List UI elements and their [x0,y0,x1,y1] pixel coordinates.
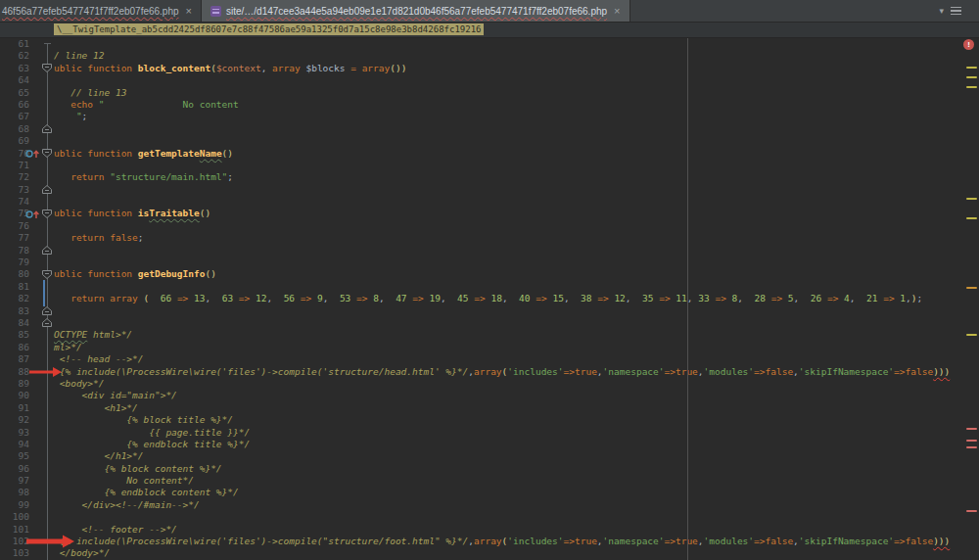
fold-end-icon[interactable] [42,318,52,330]
gutter[interactable]: 83 [0,305,53,317]
gutter[interactable]: 63 [0,63,53,74]
gutter[interactable]: 90 [0,390,53,401]
code-text[interactable]: ublic function getTemplateName() [54,148,233,160]
gutter[interactable]: 84 [0,317,53,329]
editor-tab[interactable]: site/…/d147cee3a44e5a94eb09e1e17d821d0b4… [202,0,630,22]
gutter[interactable]: 98 [0,487,53,498]
code-text[interactable]: ublic function isTraitable() [54,208,210,219]
fold-start-icon[interactable] [42,210,52,221]
token: => [171,293,194,303]
code-text[interactable]: // line 13 [54,87,126,99]
error-stripe-mark[interactable] [966,510,977,512]
gutter[interactable]: 73 [0,184,53,196]
code-text[interactable]: </h1>*/ [54,450,144,462]
tab-list-icon[interactable] [951,7,961,16]
code-text[interactable]: <!-- head -->*/ [54,353,144,365]
gutter[interactable]: 87 [0,353,53,365]
gutter[interactable]: 71 [0,160,53,171]
gutter[interactable]: 92 [0,414,53,426]
code-text[interactable]: {% include(\ProcessWire\wire('files')->c… [54,366,950,378]
token: {% block content %}*/ [54,463,222,474]
code-text[interactable]: </div><!--/#main-->*/ [54,499,200,511]
fold-end-icon[interactable] [42,246,52,257]
line-number: 92 [0,414,29,426]
gutter[interactable]: 96 [0,463,53,475]
gutter[interactable]: 86 [0,342,53,353]
code-text[interactable]: {% block title %}*/ [54,414,233,426]
gutter[interactable]: 65 [0,87,53,99]
gutter[interactable]: 69 [0,135,53,147]
tab-close-icon[interactable]: × [184,5,192,17]
code-editor[interactable]: 6162/ line 1263ublic function block_cont… [0,38,979,560]
code-line: 83 [0,305,979,317]
error-stripe-mark[interactable] [966,67,977,69]
gutter[interactable]: 75 [0,208,53,219]
gutter[interactable]: 64 [0,74,53,86]
gutter[interactable]: 72 [0,171,53,183]
gutter[interactable]: 99 [0,499,53,511]
code-text[interactable]: ublic function getDebugInfo() [54,268,216,280]
code-text[interactable]: {% endblock content %}*/ [54,487,239,498]
code-text[interactable]: "; [54,111,87,122]
error-stripe-mark[interactable] [966,287,977,289]
gutter[interactable]: 94 [0,439,53,450]
breadcrumb[interactable]: \__TwigTemplate_ab5cdd2425df8607e7c88f47… [54,23,484,35]
gutter[interactable]: 93 [0,427,53,439]
fold-start-icon[interactable] [42,270,52,282]
gutter[interactable]: 85 [0,329,53,341]
gutter[interactable]: 61 [0,38,53,50]
gutter[interactable]: 95 [0,450,53,462]
token: / line 12 [54,50,104,61]
chevron-down-icon[interactable]: ▾ [939,6,944,16]
code-text[interactable]: OCTYPE html>*/ [54,329,132,341]
error-stripe-mark[interactable] [966,446,977,448]
code-text[interactable]: ublic function block_content($context, a… [54,63,406,74]
error-stripe-mark[interactable] [966,217,977,219]
gutter[interactable]: 78 [0,245,53,257]
token: =>false [894,536,933,546]
code-text[interactable]: No content*/ [54,475,194,487]
code-text[interactable]: / line 12 [54,50,104,62]
fold-end-icon[interactable] [42,306,52,318]
code-line: 96 {% block content %}*/ [0,463,979,475]
gutter[interactable]: 77 [0,232,53,244]
code-text[interactable]: return false; [54,232,144,244]
code-text[interactable]: {% include(\ProcessWire\wire('files')->c… [54,536,950,547]
fold-end-icon[interactable] [42,124,52,136]
code-text[interactable]: echo " No content [54,99,239,111]
code-text[interactable]: {% endblock title %}*/ [54,439,250,450]
tab-close-icon[interactable]: × [612,5,620,17]
gutter[interactable]: 68 [0,123,53,135]
code-text[interactable]: <div id="main">*/ [54,390,177,401]
gutter[interactable]: 97 [0,475,53,487]
editor-tab[interactable]: 46f56a77efeb5477471f7ff2eb07fe66.php× [0,0,202,22]
gutter[interactable]: 66 [0,99,53,111]
token: 53 [340,293,350,303]
code-text[interactable]: return array ( 66 => 13, 63 => 12, 56 =>… [54,293,922,304]
error-stripe-mark[interactable] [966,198,977,200]
error-stripe-mark[interactable] [966,428,977,430]
gutter[interactable]: 79 [0,257,53,268]
error-stripe-mark[interactable] [966,86,977,88]
error-stripe-mark[interactable] [966,440,977,442]
gutter[interactable]: 76 [0,220,53,232]
code-text[interactable]: ml>*/ [54,342,82,353]
fold-end-icon[interactable] [42,185,52,197]
gutter[interactable]: 80 [0,268,53,280]
code-text[interactable]: <h1>*/ [54,402,138,414]
gutter[interactable]: 70 [0,148,53,160]
error-stripe-mark[interactable] [966,334,977,336]
gutter[interactable]: 100 [0,511,53,523]
gutter[interactable]: 62 [0,50,53,62]
error-stripe-mark[interactable] [966,76,977,78]
fold-start-icon[interactable] [42,149,52,161]
gutter[interactable]: 67 [0,111,53,122]
token: $context [216,63,261,73]
gutter[interactable]: 91 [0,402,53,414]
code-text[interactable]: return "structure/main.html"; [54,171,233,183]
gutter[interactable]: 74 [0,196,53,208]
code-text[interactable]: {% block content %}*/ [54,463,222,475]
error-indicator-icon[interactable]: ! [963,39,974,50]
fold-start-icon[interactable] [42,64,52,75]
code-text[interactable]: {{ page.title }}*/ [54,427,250,439]
